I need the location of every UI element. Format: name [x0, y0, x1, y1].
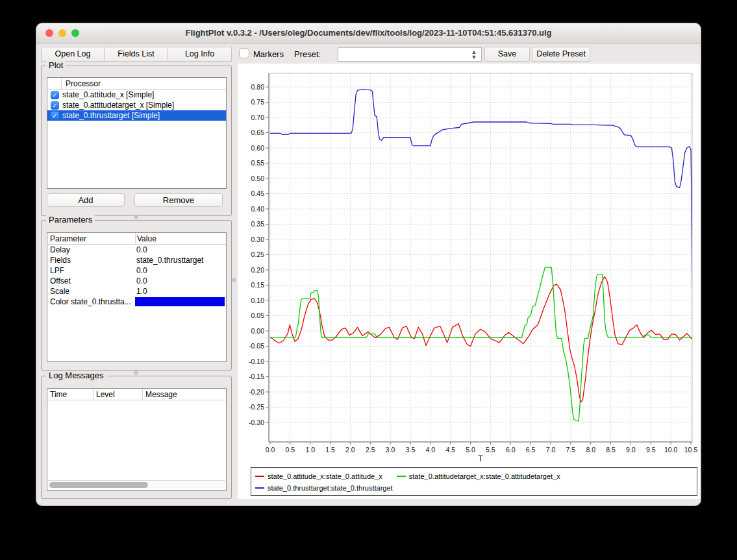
y-tick-label: 0.15 [251, 281, 265, 289]
close-window-button[interactable] [45, 29, 53, 37]
color-swatch[interactable] [135, 297, 225, 306]
plot-row[interactable]: ✓state_0.attitudetarget_x [Simple] [47, 100, 226, 110]
preset-input[interactable] [340, 49, 467, 62]
legend-label: state_0.attitudetarget_x:state_0.attitud… [409, 472, 560, 480]
y-tick-label: 0.50 [251, 175, 265, 182]
legend-line-icon [255, 476, 264, 477]
parameter-value: 0.0 [135, 245, 226, 254]
message-column-header: Message [143, 390, 177, 399]
parameter-row[interactable]: Offset0.0 [47, 276, 226, 286]
horizontal-splitter-handle[interactable] [134, 215, 138, 219]
chart-panel[interactable]: 0.00.51.01.52.02.53.03.54.04.55.05.56.06… [238, 64, 700, 499]
y-tick-label: 0.65 [251, 128, 265, 136]
flight-chart[interactable]: 0.00.51.01.52.02.53.03.54.04.55.05.56.06… [238, 66, 700, 467]
x-tick-label: 9.0 [626, 446, 636, 454]
x-tick-label: 1.0 [305, 446, 315, 454]
plot-row[interactable]: ✓state_0.attitude_x [Simple] [47, 90, 226, 100]
log-info-button[interactable]: Log Info [168, 47, 232, 62]
window-title: FlightPlot v.0.3.2 - /Users/oleg/Documen… [36, 23, 701, 43]
x-tick-label: 6.5 [526, 446, 536, 454]
title-bar[interactable]: FlightPlot v.0.3.2 - /Users/oleg/Documen… [36, 23, 701, 43]
save-preset-button[interactable]: Save Preset [484, 47, 530, 62]
parameter-name: Scale [47, 287, 135, 296]
series-line [270, 267, 692, 421]
delete-preset-button[interactable]: Delete Preset [532, 47, 590, 62]
parameter-name: Offset [47, 276, 135, 286]
value-column-header: Value [136, 234, 226, 243]
traffic-lights [45, 29, 79, 37]
plot-row[interactable]: ✓state_0.thrusttarget [Simple] [47, 110, 226, 121]
x-tick-label: 4.5 [445, 446, 455, 454]
y-tick-label: -0.10 [249, 358, 264, 365]
screenshot-root: { "window": {"title": "FlightPlot v.0.3.… [0, 0, 737, 560]
row-checkbox[interactable]: ✓ [51, 112, 59, 120]
parameters-table-header: Parameter Value [47, 233, 226, 245]
y-tick-label: 0.20 [251, 266, 265, 274]
x-tick-label: 1.5 [325, 446, 335, 454]
parameter-row[interactable]: Fieldsstate_0.thrusttarget [47, 255, 226, 265]
y-tick-label: 0.05 [251, 311, 265, 319]
y-tick-label: 0.25 [251, 250, 265, 258]
x-tick-label: 7.0 [546, 446, 556, 454]
fields-list-button[interactable]: Fields List [104, 47, 168, 62]
legend-label: state_0.attitude_x:state_0.attitude_x [268, 472, 382, 480]
x-tick-label: 7.5 [566, 446, 576, 454]
plot-group: Plot Processor ✓state_0.attitude_x [Simp… [41, 66, 232, 216]
parameters-group: Parameters Parameter Value Delay0.0Field… [41, 220, 232, 371]
y-tick-label: -0.20 [249, 388, 264, 396]
parameter-name: LPF [47, 266, 135, 275]
parameter-value: state_0.thrusttarget [135, 256, 226, 265]
level-column-header: Level [94, 390, 142, 399]
parameters-table[interactable]: Parameter Value Delay0.0Fieldsstate_0.th… [47, 232, 227, 362]
plot-group-title: Plot [46, 60, 66, 70]
row-label: state_0.thrusttarget [Simple] [62, 111, 160, 120]
y-tick-label: 0.70 [251, 114, 265, 121]
log-messages-table[interactable]: Time Level Message [47, 388, 227, 491]
log-table-header: Time Level Message [47, 389, 226, 400]
parameter-name: Color state_0.thrustta... [47, 297, 135, 306]
y-tick-label: 0.30 [251, 236, 265, 243]
processor-table[interactable]: Processor ✓state_0.attitude_x [Simple]✓s… [47, 77, 227, 189]
parameter-name: Fields [47, 256, 135, 265]
parameter-row[interactable]: LPF0.0 [47, 265, 226, 276]
y-tick-label: -0.05 [249, 342, 264, 350]
row-checkbox[interactable]: ✓ [51, 91, 59, 99]
x-tick-label: 8.5 [606, 446, 616, 454]
markers-checkbox[interactable] [239, 48, 249, 58]
horizontal-splitter-handle-2[interactable] [134, 371, 138, 375]
open-log-button[interactable]: Open Log [41, 47, 105, 62]
y-tick-label: 0.75 [251, 98, 265, 106]
parameter-row[interactable]: Scale1.0 [47, 286, 226, 297]
legend-entry: state_0.thrusttarget:state_0.thrusttarge… [255, 484, 393, 492]
parameter-column-header: Parameter [47, 234, 135, 243]
time-column-header: Time [47, 390, 93, 399]
y-tick-label: 0.45 [251, 189, 265, 197]
x-tick-label: 0.0 [266, 446, 275, 454]
x-tick-label: 10.5 [684, 446, 698, 454]
parameter-name: Delay [47, 245, 135, 254]
x-tick-label: 3.5 [406, 446, 416, 454]
parameter-value: 1.0 [135, 287, 226, 296]
y-tick-label: 0.80 [251, 83, 265, 91]
remove-button[interactable]: Remove [134, 193, 223, 207]
color-parameter-row[interactable]: Color state_0.thrustta... [47, 297, 226, 307]
y-tick-label: 0.00 [251, 327, 265, 335]
markers-label: Markers [253, 49, 284, 59]
scrollbar-thumb[interactable] [49, 482, 148, 488]
parameter-row[interactable]: Delay0.0 [47, 245, 226, 255]
vertical-splitter-handle[interactable] [232, 278, 236, 282]
y-tick-label: 0.35 [251, 220, 265, 228]
processor-table-header: Processor [47, 78, 226, 90]
x-tick-label: 2.5 [366, 446, 375, 454]
y-tick-label: 0.60 [251, 144, 265, 152]
preset-combobox[interactable]: ▲▼ [338, 47, 482, 62]
add-button[interactable]: Add [47, 193, 125, 207]
x-tick-label: 3.0 [386, 446, 395, 454]
zoom-window-button[interactable] [71, 29, 79, 37]
x-tick-label: 0.5 [286, 446, 295, 454]
combo-stepper-icon[interactable]: ▲▼ [468, 48, 481, 61]
y-tick-label: 0.55 [251, 159, 265, 167]
row-checkbox[interactable]: ✓ [51, 101, 59, 110]
log-horizontal-scrollbar[interactable] [48, 480, 225, 489]
minimize-window-button[interactable] [58, 29, 66, 37]
